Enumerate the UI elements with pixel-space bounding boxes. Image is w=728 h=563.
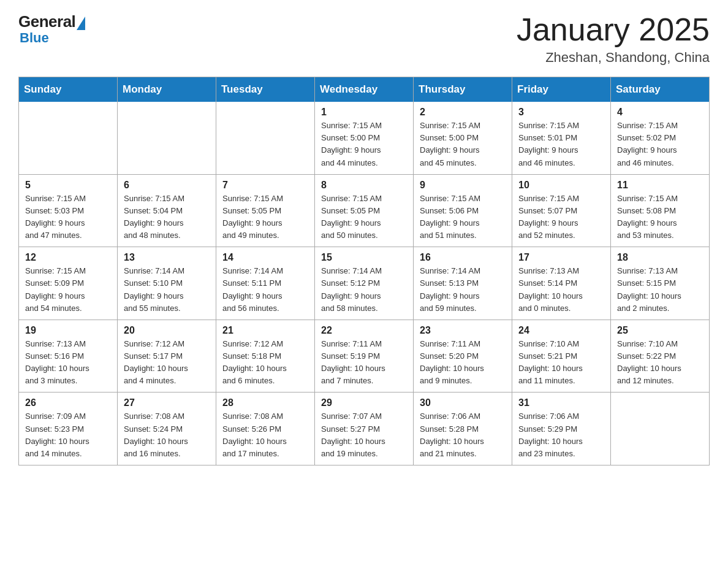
day-info: Sunrise: 7:15 AMSunset: 5:05 PMDaylight:…	[222, 193, 308, 242]
day-info: Sunrise: 7:15 AMSunset: 5:00 PMDaylight:…	[321, 120, 407, 169]
day-number: 9	[420, 180, 506, 191]
day-number: 11	[617, 180, 703, 191]
logo-blue-text: Blue	[20, 30, 49, 46]
calendar-cell: 19Sunrise: 7:13 AMSunset: 5:16 PMDayligh…	[19, 320, 118, 393]
calendar-week-row: 1Sunrise: 7:15 AMSunset: 5:00 PMDaylight…	[19, 102, 710, 174]
day-info: Sunrise: 7:06 AMSunset: 5:29 PMDaylight:…	[518, 410, 604, 460]
day-info: Sunrise: 7:15 AMSunset: 5:01 PMDaylight:…	[518, 120, 604, 169]
day-info: Sunrise: 7:13 AMSunset: 5:14 PMDaylight:…	[518, 265, 604, 315]
calendar-cell: 30Sunrise: 7:06 AMSunset: 5:28 PMDayligh…	[414, 393, 512, 465]
day-number: 4	[617, 107, 703, 118]
calendar-cell: 16Sunrise: 7:14 AMSunset: 5:13 PMDayligh…	[414, 247, 512, 320]
calendar-cell: 23Sunrise: 7:11 AMSunset: 5:20 PMDayligh…	[414, 320, 512, 393]
calendar-cell: 27Sunrise: 7:08 AMSunset: 5:24 PMDayligh…	[118, 393, 216, 465]
calendar-cell: 25Sunrise: 7:10 AMSunset: 5:22 PMDayligh…	[611, 320, 710, 393]
calendar-week-row: 19Sunrise: 7:13 AMSunset: 5:16 PMDayligh…	[19, 320, 710, 393]
day-number: 26	[25, 397, 111, 408]
logo: General Blue	[18, 12, 85, 46]
day-number: 20	[124, 325, 210, 336]
day-info: Sunrise: 7:15 AMSunset: 5:05 PMDaylight:…	[321, 193, 407, 242]
calendar-cell	[19, 102, 118, 174]
calendar-cell: 14Sunrise: 7:14 AMSunset: 5:11 PMDayligh…	[216, 247, 315, 320]
day-info: Sunrise: 7:12 AMSunset: 5:17 PMDaylight:…	[124, 338, 210, 388]
day-info: Sunrise: 7:15 AMSunset: 5:02 PMDaylight:…	[617, 120, 703, 169]
day-number: 14	[222, 252, 308, 263]
day-number: 24	[518, 325, 604, 336]
day-info: Sunrise: 7:15 AMSunset: 5:08 PMDaylight:…	[617, 193, 703, 242]
day-number: 13	[124, 252, 210, 263]
calendar-day-header: Friday	[512, 77, 611, 102]
calendar-cell: 8Sunrise: 7:15 AMSunset: 5:05 PMDaylight…	[315, 174, 414, 247]
calendar-table: SundayMondayTuesdayWednesdayThursdayFrid…	[18, 77, 710, 465]
day-info: Sunrise: 7:12 AMSunset: 5:18 PMDaylight:…	[222, 338, 308, 388]
day-info: Sunrise: 7:15 AMSunset: 5:07 PMDaylight:…	[518, 193, 604, 242]
day-number: 12	[25, 252, 111, 263]
day-number: 2	[420, 107, 506, 118]
calendar-cell: 2Sunrise: 7:15 AMSunset: 5:00 PMDaylight…	[414, 102, 512, 174]
calendar-cell: 11Sunrise: 7:15 AMSunset: 5:08 PMDayligh…	[611, 174, 710, 247]
day-number: 10	[518, 180, 604, 191]
calendar-cell: 17Sunrise: 7:13 AMSunset: 5:14 PMDayligh…	[512, 247, 611, 320]
calendar-cell: 24Sunrise: 7:10 AMSunset: 5:21 PMDayligh…	[512, 320, 611, 393]
day-number: 23	[420, 325, 506, 336]
day-info: Sunrise: 7:14 AMSunset: 5:13 PMDaylight:…	[420, 265, 506, 315]
logo-top: General	[18, 12, 85, 31]
day-info: Sunrise: 7:15 AMSunset: 5:03 PMDaylight:…	[25, 193, 111, 242]
day-info: Sunrise: 7:09 AMSunset: 5:23 PMDaylight:…	[25, 410, 111, 460]
calendar-cell: 20Sunrise: 7:12 AMSunset: 5:17 PMDayligh…	[118, 320, 216, 393]
day-number: 28	[222, 397, 308, 408]
day-info: Sunrise: 7:14 AMSunset: 5:11 PMDaylight:…	[222, 265, 308, 315]
calendar-week-row: 26Sunrise: 7:09 AMSunset: 5:23 PMDayligh…	[19, 393, 710, 465]
day-number: 5	[25, 180, 111, 191]
day-info: Sunrise: 7:15 AMSunset: 5:06 PMDaylight:…	[420, 193, 506, 242]
day-info: Sunrise: 7:08 AMSunset: 5:26 PMDaylight:…	[222, 410, 308, 460]
day-info: Sunrise: 7:11 AMSunset: 5:19 PMDaylight:…	[321, 338, 407, 388]
calendar-day-header: Saturday	[611, 77, 710, 102]
day-number: 31	[518, 397, 604, 408]
calendar-cell: 1Sunrise: 7:15 AMSunset: 5:00 PMDaylight…	[315, 102, 414, 174]
day-number: 19	[25, 325, 111, 336]
day-number: 6	[124, 180, 210, 191]
calendar-day-header: Sunday	[19, 77, 118, 102]
calendar-day-header: Tuesday	[216, 77, 315, 102]
calendar-cell: 21Sunrise: 7:12 AMSunset: 5:18 PMDayligh…	[216, 320, 315, 393]
day-number: 21	[222, 325, 308, 336]
day-info: Sunrise: 7:13 AMSunset: 5:16 PMDaylight:…	[25, 338, 111, 388]
header: General Blue January 2025 Zheshan, Shand…	[18, 12, 710, 66]
day-number: 8	[321, 180, 407, 191]
day-info: Sunrise: 7:08 AMSunset: 5:24 PMDaylight:…	[124, 410, 210, 460]
day-number: 30	[420, 397, 506, 408]
day-number: 1	[321, 107, 407, 118]
calendar-cell	[216, 102, 315, 174]
day-info: Sunrise: 7:10 AMSunset: 5:21 PMDaylight:…	[518, 338, 604, 388]
calendar-week-row: 5Sunrise: 7:15 AMSunset: 5:03 PMDaylight…	[19, 174, 710, 247]
calendar-cell: 7Sunrise: 7:15 AMSunset: 5:05 PMDaylight…	[216, 174, 315, 247]
calendar-cell: 29Sunrise: 7:07 AMSunset: 5:27 PMDayligh…	[315, 393, 414, 465]
day-info: Sunrise: 7:07 AMSunset: 5:27 PMDaylight:…	[321, 410, 407, 460]
day-info: Sunrise: 7:13 AMSunset: 5:15 PMDaylight:…	[617, 265, 703, 315]
calendar-cell: 9Sunrise: 7:15 AMSunset: 5:06 PMDaylight…	[414, 174, 512, 247]
day-number: 27	[124, 397, 210, 408]
title-block: January 2025 Zheshan, Shandong, China	[517, 12, 710, 66]
day-info: Sunrise: 7:14 AMSunset: 5:10 PMDaylight:…	[124, 265, 210, 315]
day-number: 18	[617, 252, 703, 263]
day-info: Sunrise: 7:06 AMSunset: 5:28 PMDaylight:…	[420, 410, 506, 460]
calendar-cell: 26Sunrise: 7:09 AMSunset: 5:23 PMDayligh…	[19, 393, 118, 465]
day-info: Sunrise: 7:15 AMSunset: 5:04 PMDaylight:…	[124, 193, 210, 242]
calendar-cell: 28Sunrise: 7:08 AMSunset: 5:26 PMDayligh…	[216, 393, 315, 465]
calendar-cell: 5Sunrise: 7:15 AMSunset: 5:03 PMDaylight…	[19, 174, 118, 247]
calendar-day-header: Wednesday	[315, 77, 414, 102]
calendar-cell: 12Sunrise: 7:15 AMSunset: 5:09 PMDayligh…	[19, 247, 118, 320]
page: General Blue January 2025 Zheshan, Shand…	[0, 0, 728, 478]
day-info: Sunrise: 7:11 AMSunset: 5:20 PMDaylight:…	[420, 338, 506, 388]
day-info: Sunrise: 7:15 AMSunset: 5:00 PMDaylight:…	[420, 120, 506, 169]
calendar-cell: 3Sunrise: 7:15 AMSunset: 5:01 PMDaylight…	[512, 102, 611, 174]
day-number: 7	[222, 180, 308, 191]
calendar-cell: 18Sunrise: 7:13 AMSunset: 5:15 PMDayligh…	[611, 247, 710, 320]
logo-general-text: General	[18, 12, 75, 31]
day-info: Sunrise: 7:14 AMSunset: 5:12 PMDaylight:…	[321, 265, 407, 315]
day-number: 3	[518, 107, 604, 118]
calendar-cell	[611, 393, 710, 465]
location-subtitle: Zheshan, Shandong, China	[517, 50, 710, 66]
logo-triangle-icon	[77, 17, 85, 30]
